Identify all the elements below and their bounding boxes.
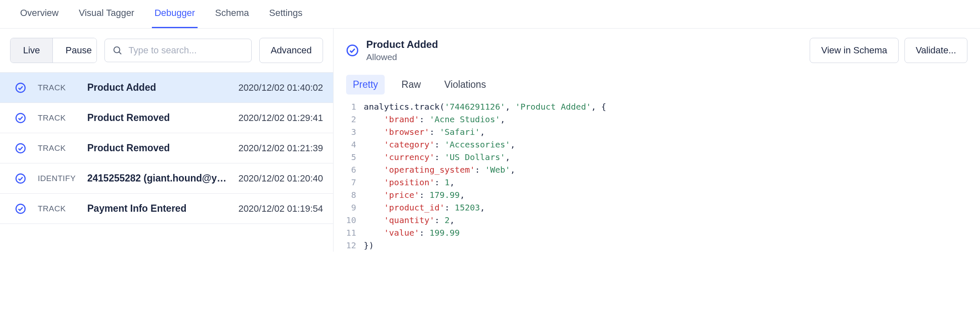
- event-name: Product Removed: [87, 142, 227, 154]
- detail-title: Product Added: [366, 39, 802, 50]
- tab-overview[interactable]: Overview: [18, 8, 61, 28]
- tab-schema[interactable]: Schema: [213, 8, 252, 28]
- detail-status: Allowed: [366, 52, 802, 62]
- event-time: 2020/12/02 01:19:54: [238, 203, 323, 214]
- event-time: 2020/12/02 01:40:02: [238, 82, 323, 93]
- event-name: 2415255282 (giant.hound@yahoox....: [87, 173, 227, 184]
- sub-tab-violations[interactable]: Violations: [438, 75, 493, 95]
- events-pane: Live Pause Advanced TRACK Product Added …: [0, 29, 334, 252]
- svg-point-3: [16, 113, 25, 123]
- event-row[interactable]: IDENTIFY 2415255282 (giant.hound@yahoox.…: [0, 163, 333, 194]
- event-row[interactable]: TRACK Product Removed 2020/12/02 01:29:4…: [0, 103, 333, 133]
- event-row[interactable]: TRACK Payment Info Entered 2020/12/02 01…: [0, 194, 333, 224]
- check-circle-icon: [15, 113, 26, 124]
- check-circle-icon: [15, 173, 26, 184]
- event-type: TRACK: [38, 144, 76, 153]
- event-time: 2020/12/02 01:29:41: [238, 113, 323, 124]
- tab-settings[interactable]: Settings: [267, 8, 305, 28]
- events-toolbar: Live Pause Advanced: [0, 29, 333, 72]
- event-type: TRACK: [38, 83, 76, 92]
- check-circle-icon: [346, 44, 359, 57]
- detail-pane: Product Added Allowed View in Schema Val…: [334, 29, 980, 252]
- event-type: TRACK: [38, 204, 76, 213]
- search-field[interactable]: [104, 39, 252, 62]
- svg-point-6: [16, 204, 25, 213]
- event-name: Product Removed: [87, 112, 227, 124]
- svg-line-1: [119, 52, 121, 54]
- event-type: IDENTIFY: [38, 174, 76, 183]
- svg-point-5: [16, 174, 25, 183]
- sub-tab-pretty[interactable]: Pretty: [346, 75, 385, 95]
- event-row[interactable]: TRACK Product Added 2020/12/02 01:40:02: [0, 72, 333, 103]
- code-content: analytics.track('7446291126', 'Product A…: [364, 100, 616, 252]
- check-circle-icon: [15, 82, 26, 93]
- event-list: TRACK Product Added 2020/12/02 01:40:02 …: [0, 72, 333, 224]
- event-row[interactable]: TRACK Product Removed 2020/12/02 01:21:3…: [0, 133, 333, 163]
- detail-header: Product Added Allowed View in Schema Val…: [334, 29, 980, 72]
- sub-tab-raw[interactable]: Raw: [395, 75, 427, 95]
- view-in-schema-button[interactable]: View in Schema: [810, 38, 898, 63]
- detail-sub-tabs: Pretty Raw Violations: [334, 72, 980, 95]
- code-gutter: 123456789101112: [334, 100, 364, 252]
- event-time: 2020/12/02 01:20:40: [238, 173, 323, 184]
- live-pause-toggle: Live Pause: [10, 38, 97, 63]
- event-type: TRACK: [38, 113, 76, 123]
- search-icon: [112, 45, 122, 55]
- nav-tabs: Overview Visual Tagger Debugger Schema S…: [0, 0, 980, 29]
- advanced-button[interactable]: Advanced: [259, 38, 323, 63]
- event-name: Product Added: [87, 82, 227, 93]
- event-name: Payment Info Entered: [87, 203, 227, 214]
- validate-button[interactable]: Validate...: [904, 38, 967, 63]
- event-time: 2020/12/02 01:21:39: [238, 143, 323, 154]
- pause-button[interactable]: Pause: [52, 38, 97, 63]
- code-block: 123456789101112 analytics.track('7446291…: [334, 95, 980, 252]
- svg-point-4: [16, 144, 25, 153]
- live-button[interactable]: Live: [10, 38, 52, 63]
- check-circle-icon: [15, 203, 26, 214]
- svg-point-2: [16, 83, 25, 92]
- tab-debugger[interactable]: Debugger: [152, 8, 198, 28]
- svg-point-0: [114, 47, 120, 53]
- check-circle-icon: [15, 143, 26, 154]
- svg-point-7: [347, 45, 358, 56]
- tab-visual-tagger[interactable]: Visual Tagger: [76, 8, 137, 28]
- search-input[interactable]: [128, 45, 244, 56]
